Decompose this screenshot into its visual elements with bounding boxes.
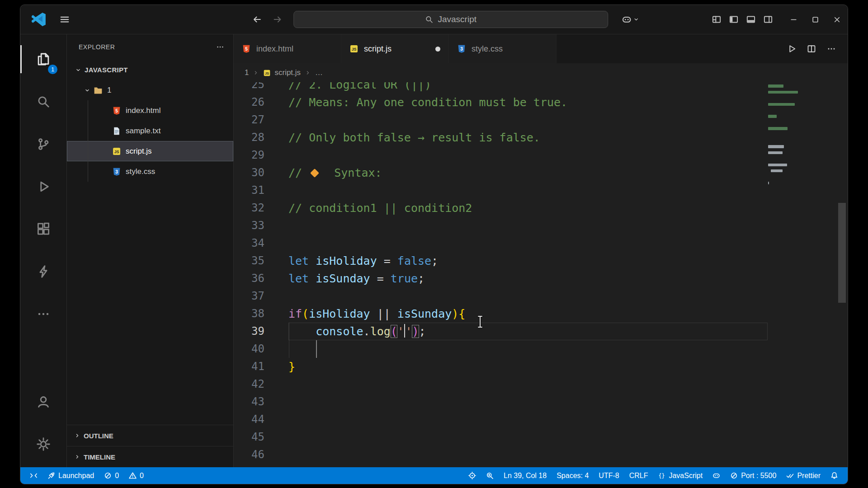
toggle-panel-icon[interactable] [746,15,755,24]
status-live-server-port[interactable]: Port : 5500 [725,467,781,484]
tab-script-js[interactable]: JSscript.js [341,34,449,63]
sidebar-section-outline[interactable]: OUTLINE [67,425,233,446]
activity-source-control[interactable] [20,123,66,165]
tab-index-html[interactable]: 5index.html [234,34,341,63]
code-line-30[interactable]: 30// Syntax: [234,164,848,182]
status-errors[interactable]: 0 [99,467,124,484]
code-line-41[interactable]: 41} [234,358,848,375]
status-remote[interactable] [25,467,42,484]
activity-more-actions[interactable] [20,293,66,335]
code-line-44[interactable]: 44 [234,411,848,428]
activity-extensions[interactable] [20,208,66,250]
line-number[interactable]: 34 [234,235,288,252]
sidebar-section-timeline[interactable]: TIMELINE [67,446,233,467]
line-number[interactable]: 35 [234,252,288,270]
status-launchpad[interactable]: Launchpad [42,467,99,484]
run-button[interactable] [787,44,796,53]
code-line-29[interactable]: 29 [234,146,848,164]
split-editor-button[interactable] [807,44,816,53]
code-line-39[interactable]: 39 console.log(''); [234,323,848,340]
menu-icon[interactable] [59,14,70,25]
customize-layout-icon[interactable] [712,15,721,24]
line-number[interactable]: 31 [234,182,288,199]
breadcrumb-item[interactable]: … [315,68,323,77]
code-line-46[interactable]: 46 [234,446,848,464]
code-line-27[interactable]: 27 [234,111,848,129]
status-copilot[interactable] [708,467,725,484]
line-number[interactable]: 36 [234,270,288,287]
line-number[interactable]: 27 [234,111,288,129]
status-screencast-target[interactable] [463,467,481,484]
status-eol[interactable]: CRLF [624,467,653,484]
line-number[interactable]: 40 [234,340,288,358]
ellipsis-icon[interactable] [216,43,224,51]
line-number[interactable]: 43 [234,393,288,411]
line-number[interactable]: 46 [234,446,288,464]
activity-settings[interactable] [20,423,66,465]
toggle-secondary-sidebar-icon[interactable] [764,15,773,24]
line-number[interactable]: 26 [234,94,288,111]
line-number[interactable]: 45 [234,428,288,446]
line-number[interactable]: 37 [234,287,288,305]
breadcrumb-item[interactable]: JSscript.js [263,68,301,77]
status-prettier[interactable]: Prettier [781,467,826,484]
activity-run-and-debug[interactable] [20,165,66,208]
tree-item-sample-txt[interactable]: sample.txt [67,121,233,141]
code-line-42[interactable]: 42 [234,375,848,393]
command-center-search[interactable]: Javascript [293,11,608,28]
line-number[interactable]: 25 [234,82,288,94]
line-number[interactable]: 33 [234,217,288,235]
activity-thunder-client[interactable] [20,250,66,293]
maximize-button[interactable] [804,5,826,34]
line-number[interactable]: 42 [234,375,288,393]
code-line-28[interactable]: 28// Only both false → result is false. [234,129,848,146]
line-number[interactable]: 29 [234,146,288,164]
code-line-33[interactable]: 33 [234,217,848,235]
minimap[interactable] [768,83,810,216]
modified-dot[interactable] [435,47,440,52]
workspace-row[interactable]: JAVASCRIPT [67,60,233,80]
code-line-32[interactable]: 32// condition1 || condition2 [234,199,848,217]
line-number[interactable]: 30 [234,164,288,182]
code-line-26[interactable]: 26// Means: Any one condition must be tr… [234,94,848,111]
line-number[interactable]: 32 [234,199,288,217]
tree-item-1[interactable]: 1 [67,80,233,100]
status-encoding[interactable]: UTF-8 [594,467,624,484]
code-line-40[interactable]: 40 [234,340,848,358]
activity-accounts[interactable] [20,380,66,423]
tree-item-script-js[interactable]: JSscript.js [67,141,233,161]
activity-search[interactable] [20,80,66,123]
line-number[interactable]: 41 [234,358,288,375]
copilot-menu-button[interactable] [622,14,639,24]
code-line-25[interactable]: 25// 2. Logical OR (||) [234,82,848,94]
line-number[interactable]: 39 [234,323,288,340]
code-line-38[interactable]: 38if(isHoliday || isSunday){ [234,305,848,323]
status-indentation[interactable]: Spaces: 4 [552,467,594,484]
code-line-36[interactable]: 36let isSunday = true; [234,270,848,287]
code-line-45[interactable]: 45 [234,428,848,446]
status-zoom[interactable] [481,467,499,484]
tree-item-style-css[interactable]: 3style.css [67,161,233,182]
code-area[interactable]: 25// 2. Logical OR (||)26// Means: Any o… [234,82,848,467]
code-line-34[interactable]: 34 [234,235,848,252]
line-number[interactable]: 28 [234,129,288,146]
status-cursor-position[interactable]: Ln 39, Col 18 [499,467,552,484]
code-line-37[interactable]: 37 [234,287,848,305]
tab-style-css[interactable]: 3style.css [449,34,557,63]
scrollbar-thumb[interactable] [838,203,846,303]
status-notifications[interactable] [826,467,843,484]
line-number[interactable]: 38 [234,305,288,323]
more-actions-button[interactable] [827,44,836,53]
code-line-31[interactable]: 31 [234,182,848,199]
minimize-button[interactable] [783,5,804,34]
status-warnings[interactable]: 0 [124,467,149,484]
activity-explorer[interactable]: 1 [20,38,66,80]
breadcrumb-item[interactable]: 1 [245,68,249,77]
close-button[interactable] [826,5,848,34]
code-line-35[interactable]: 35let isHoliday = false; [234,252,848,270]
tree-item-index-html[interactable]: 5index.html [67,100,233,121]
back-button[interactable] [252,14,262,24]
toggle-primary-sidebar-icon[interactable] [729,15,738,24]
code-line-43[interactable]: 43 [234,393,848,411]
status-language-mode[interactable]: {}JavaScript [653,467,708,484]
